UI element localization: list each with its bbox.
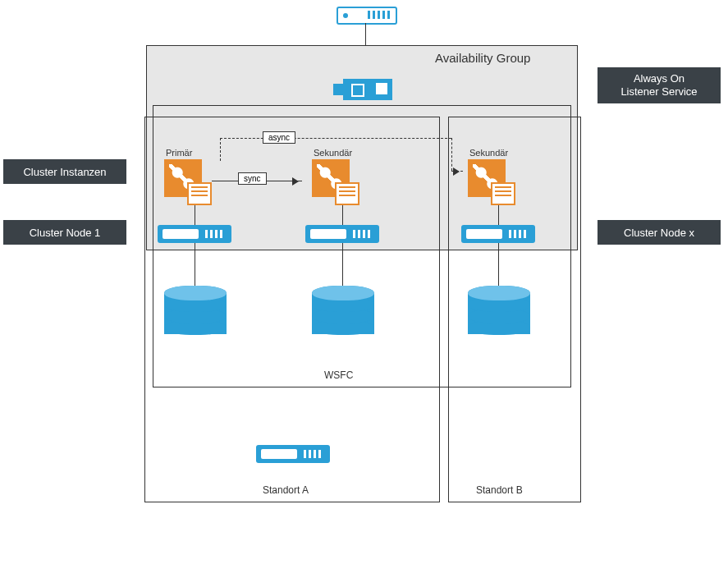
async-label: async bbox=[263, 131, 295, 144]
sync-label: sync bbox=[238, 172, 267, 185]
async-v1 bbox=[220, 138, 221, 161]
sql-secondary1-icon bbox=[312, 159, 350, 197]
primar-label: Primär bbox=[166, 148, 192, 158]
nic-card-icon bbox=[343, 79, 392, 100]
router-icon bbox=[337, 7, 397, 25]
line-sql2-to-srv bbox=[342, 205, 343, 225]
label-cluster-node-1: Cluster Node 1 bbox=[3, 220, 126, 245]
line-srv1-disk bbox=[195, 243, 195, 287]
line-srv2-disk bbox=[342, 243, 343, 287]
sql-secondary2-icon bbox=[468, 159, 506, 197]
availability-group-title: Availability Group bbox=[435, 51, 530, 65]
line-srv3-disk bbox=[498, 243, 499, 287]
storage-3-icon bbox=[468, 286, 530, 348]
label-always-on: Always On Listener Service bbox=[598, 67, 721, 103]
server-node-x-icon bbox=[461, 225, 535, 243]
line-sql1-to-srv bbox=[195, 205, 195, 225]
label-cluster-instanzen: Cluster Instanzen bbox=[3, 159, 126, 184]
diagram-stage: { "labels": { "cluster_instanzen": "Clus… bbox=[0, 0, 728, 564]
async-v2 bbox=[451, 138, 452, 171]
server-node-2-icon bbox=[305, 225, 379, 243]
async-arrow-tip bbox=[451, 171, 463, 172]
label-cluster-node-x: Cluster Node x bbox=[598, 220, 721, 245]
server-node-1-icon bbox=[158, 225, 231, 243]
sekundar2-label: Sekundär bbox=[469, 148, 508, 158]
line-sql3-to-srv bbox=[498, 205, 499, 225]
async-h bbox=[220, 138, 451, 139]
storage-2-icon bbox=[312, 286, 374, 348]
sekundar1-label: Sekundär bbox=[314, 148, 352, 158]
server-standort-a-icon bbox=[256, 445, 330, 463]
storage-1-icon bbox=[164, 286, 227, 348]
sql-primary-icon bbox=[164, 159, 202, 197]
